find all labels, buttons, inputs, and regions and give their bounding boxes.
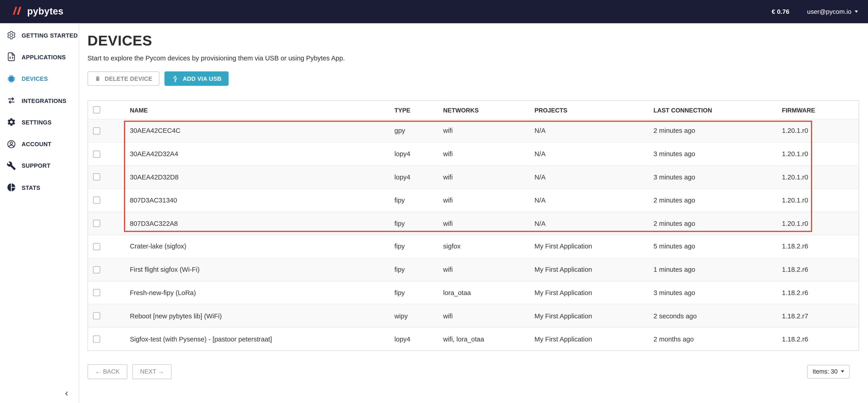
- pie-chart-icon: [6, 183, 16, 192]
- sidebar-collapse-button[interactable]: [62, 388, 71, 400]
- cell-networks: wifi: [443, 258, 534, 281]
- usb-icon: [172, 75, 179, 82]
- sidebar-item-settings[interactable]: SETTINGS: [0, 111, 79, 133]
- table-row[interactable]: Crater-lake (sigfox) fipy sigfox My Firs…: [88, 235, 859, 258]
- sidebar-item-stats[interactable]: STATS: [0, 177, 79, 198]
- sidebar-item-integrations[interactable]: INTEGRATIONS: [0, 90, 79, 111]
- cell-projects: My First Application: [534, 304, 653, 328]
- row-checkbox[interactable]: [93, 197, 100, 204]
- person-circle-icon: [6, 139, 16, 149]
- sidebar-item-getting-started[interactable]: GETTING STARTED: [0, 25, 79, 46]
- cell-name: Fresh-new-fipy (LoRa): [130, 281, 394, 304]
- user-email: user@pycom.io: [807, 8, 851, 15]
- select-all-checkbox[interactable]: [93, 106, 100, 114]
- column-header-name[interactable]: NAME: [130, 100, 394, 119]
- sidebar-item-account[interactable]: ACCOUNT: [0, 133, 79, 155]
- sidebar-item-label: SETTINGS: [22, 119, 51, 126]
- cell-projects: My First Application: [534, 258, 653, 281]
- cell-projects: N/A: [534, 142, 653, 165]
- delete-device-button[interactable]: DELETE DEVICE: [88, 71, 159, 86]
- column-header-networks[interactable]: NETWORKS: [443, 100, 534, 119]
- row-checkbox[interactable]: [93, 289, 100, 297]
- table-row[interactable]: 807D3AC31340 fipy wifi N/A 2 minutes ago…: [88, 189, 859, 212]
- cell-name: 30AEA42CEC4C: [130, 119, 394, 142]
- cell-type: lopy4: [394, 142, 443, 165]
- items-per-page-dropdown[interactable]: Items: 30: [807, 365, 850, 378]
- cell-firmware: 1.20.1.r0: [782, 166, 859, 189]
- table-row[interactable]: 807D3AC322A8 fipy wifi N/A 2 minutes ago…: [88, 212, 859, 235]
- table-row[interactable]: Fresh-new-fipy (LoRa) fipy lora_otaa My …: [88, 281, 859, 304]
- row-checkbox-cell: [88, 142, 130, 165]
- brand[interactable]: pybytes: [12, 6, 64, 17]
- row-checkbox[interactable]: [93, 174, 100, 181]
- cell-name: Crater-lake (sigfox): [130, 235, 394, 258]
- cell-last-connection: 2 minutes ago: [653, 189, 782, 212]
- sidebar: GETTING STARTED APPLICATIONS: [0, 23, 79, 403]
- cell-name: 30AEA42D32D8: [130, 166, 394, 189]
- row-checkbox[interactable]: [93, 266, 100, 273]
- toolbar: DELETE DEVICE ADD V: [88, 71, 868, 86]
- cell-projects: My First Application: [534, 281, 653, 304]
- table-row[interactable]: Reboot [new pybytes lib] (WiFi) wipy wif…: [88, 304, 859, 328]
- row-checkbox-cell: [88, 328, 130, 350]
- cell-firmware: 1.18.2.r6: [782, 281, 859, 304]
- row-checkbox[interactable]: [93, 312, 100, 319]
- table-row[interactable]: First flight sigfox (Wi-Fi) fipy wifi My…: [88, 258, 859, 281]
- back-button[interactable]: ← BACK: [88, 364, 127, 379]
- account-balance: € 0.76: [772, 8, 789, 15]
- row-checkbox[interactable]: [93, 220, 100, 227]
- cell-firmware: 1.18.2.r6: [782, 258, 859, 281]
- sidebar-item-label: INTEGRATIONS: [22, 97, 66, 104]
- sidebar-item-applications[interactable]: APPLICATIONS: [0, 46, 79, 68]
- page-title: DEVICES: [88, 32, 868, 49]
- sidebar-item-devices[interactable]: DEVICES: [0, 68, 79, 90]
- table-row[interactable]: 30AEA42D32D8 lopy4 wifi N/A 3 minutes ag…: [88, 166, 859, 189]
- caret-down-icon: [855, 10, 858, 13]
- table-row[interactable]: 30AEA42CEC4C gpy wifi N/A 2 minutes ago …: [88, 119, 859, 142]
- cell-last-connection: 2 seconds ago: [653, 304, 782, 328]
- cell-networks: wifi: [443, 119, 534, 142]
- column-header-projects[interactable]: PROJECTS: [534, 100, 653, 119]
- table-row[interactable]: Sigfox-test (with Pysense) - [pastoor pe…: [88, 328, 859, 350]
- gear-outline-icon: [6, 30, 16, 40]
- row-checkbox[interactable]: [93, 151, 100, 158]
- cell-networks: lora_otaa: [443, 281, 534, 304]
- user-menu[interactable]: user@pycom.io: [807, 8, 858, 15]
- caret-down-icon: [841, 371, 844, 373]
- cell-last-connection: 1 minutes ago: [653, 258, 782, 281]
- row-checkbox[interactable]: [93, 127, 100, 134]
- cell-name: First flight sigfox (Wi-Fi): [130, 258, 394, 281]
- next-button[interactable]: NEXT →: [132, 364, 172, 379]
- row-checkbox[interactable]: [93, 336, 100, 343]
- gear-icon: [6, 117, 16, 127]
- add-via-usb-button[interactable]: ADD VIA USB: [164, 71, 229, 86]
- code-document-icon: [6, 52, 16, 62]
- column-header-last-connection[interactable]: LAST CONNECTION: [653, 100, 782, 119]
- cell-name: 807D3AC31340: [130, 189, 394, 212]
- device-table-body: 30AEA42CEC4C gpy wifi N/A 2 minutes ago …: [88, 119, 859, 351]
- cell-type: gpy: [394, 119, 443, 142]
- sidebar-item-support[interactable]: SUPPORT: [0, 155, 79, 177]
- cell-firmware: 1.18.2.r6: [782, 235, 859, 258]
- cell-type: lopy4: [394, 328, 443, 350]
- cell-projects: My First Application: [534, 235, 653, 258]
- column-header-type[interactable]: TYPE: [394, 100, 443, 119]
- cell-last-connection: 3 minutes ago: [653, 281, 782, 304]
- arrows-exchange-icon: [6, 95, 16, 105]
- page-subtitle: Start to explore the Pycom devices by pr…: [88, 54, 868, 62]
- cell-firmware: 1.20.1.r0: [782, 119, 859, 142]
- cell-name: Reboot [new pybytes lib] (WiFi): [130, 304, 394, 328]
- select-all-cell: [88, 100, 130, 119]
- cell-projects: N/A: [534, 119, 653, 142]
- chip-icon: [6, 74, 16, 84]
- devices-table: NAME TYPE NETWORKS PROJECTS LAST CONNECT…: [88, 100, 859, 351]
- cell-last-connection: 2 months ago: [653, 328, 782, 350]
- cell-last-connection: 3 minutes ago: [653, 166, 782, 189]
- table-row[interactable]: 30AEA42D32A4 lopy4 wifi N/A 3 minutes ag…: [88, 142, 859, 165]
- pycom-logo-icon: [12, 6, 23, 17]
- row-checkbox-cell: [88, 304, 130, 328]
- column-header-firmware[interactable]: FIRMWARE: [782, 100, 859, 119]
- row-checkbox[interactable]: [93, 243, 100, 250]
- cell-type: fipy: [394, 212, 443, 235]
- cell-networks: wifi: [443, 166, 534, 189]
